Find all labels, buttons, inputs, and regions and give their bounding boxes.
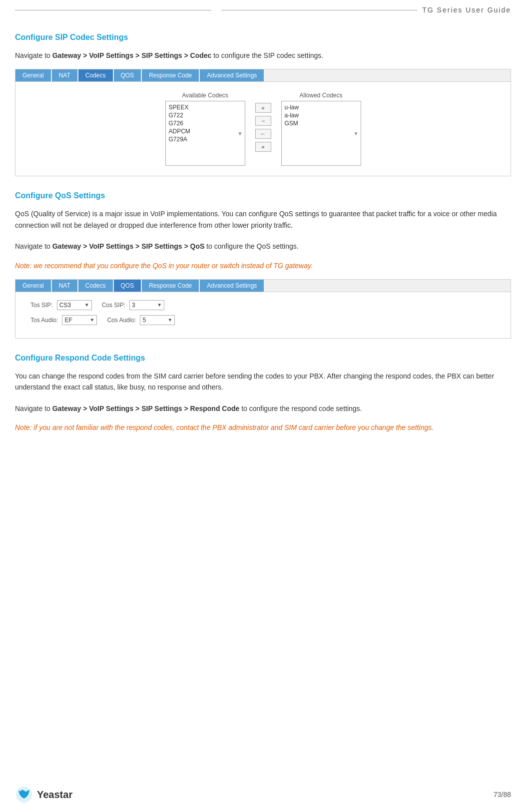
- tos-audio-value: EF: [64, 317, 72, 324]
- tab-response-code-qos[interactable]: Response Code: [142, 280, 199, 292]
- codec-columns: Available Codecs SPEEX G722 G726 ADPCM G…: [165, 92, 361, 166]
- btn-left[interactable]: ←: [255, 129, 271, 139]
- tab-nat-qos[interactable]: NAT: [52, 280, 77, 292]
- scroll-indicator-available: ▼: [238, 131, 243, 136]
- tab-codecs[interactable]: Codecs: [78, 69, 113, 81]
- page-number: 73/88: [494, 791, 511, 799]
- page-content: Configure SIP Codec Settings Navigate to…: [0, 18, 526, 481]
- page-footer: Yeastar 73/88: [0, 777, 526, 812]
- tos-audio-field: Tos Audio: EF ▼: [30, 315, 97, 325]
- available-codecs-label: Available Codecs: [165, 92, 245, 99]
- btn-double-left[interactable]: «: [255, 142, 271, 152]
- cos-audio-field: Cos Audio: 5 ▼: [107, 315, 175, 325]
- tos-audio-select[interactable]: EF ▼: [62, 315, 97, 325]
- header-line-1: [15, 10, 211, 10]
- allowed-codecs-column: Allowed Codecs u-law a-law GSM ▼: [281, 92, 361, 166]
- cos-sip-select[interactable]: 3 ▼: [129, 300, 164, 310]
- codec-g722: G722: [168, 111, 243, 119]
- tab-advanced-settings-codec[interactable]: Advanced Settings: [200, 69, 264, 81]
- cos-sip-field: Cos SIP: 3 ▼: [102, 300, 164, 310]
- qos-panel-content: Tos SIP: CS3 ▼ Cos SIP: 3 ▼ Tos Audio:: [15, 292, 511, 338]
- page-header: TG Series User Guide: [0, 0, 526, 18]
- codec-gsm: GSM: [284, 119, 359, 127]
- codec-g729a: G729A: [168, 135, 243, 143]
- tab-codecs-qos[interactable]: Codecs: [78, 280, 113, 292]
- tab-qos[interactable]: QOS: [114, 280, 141, 292]
- yeastar-logo-icon: [15, 786, 33, 804]
- qos-tab-bar: General NAT Codecs QOS Response Code Adv…: [15, 280, 511, 292]
- respond-note: Note: if you are not familiar with the r…: [15, 422, 511, 433]
- qos-nav-suffix: to configure the QoS settings.: [204, 242, 298, 250]
- codec-ulaw: u-law: [284, 103, 359, 111]
- qos-row-1: Tos SIP: CS3 ▼ Cos SIP: 3 ▼: [30, 300, 496, 310]
- respond-section-title: Configure Respond Code Settings: [15, 354, 511, 363]
- qos-nav-instruction: Navigate to Gateway > VoIP Settings > SI…: [15, 241, 511, 252]
- tos-sip-select[interactable]: CS3 ▼: [57, 300, 92, 310]
- qos-body1: QoS (Quality of Service) is a major issu…: [15, 208, 511, 231]
- cos-audio-select[interactable]: 5 ▼: [140, 315, 175, 325]
- qos-nav-prefix: Navigate to: [15, 242, 52, 250]
- btn-double-right[interactable]: »: [255, 103, 271, 113]
- logo-text: Yeastar: [37, 789, 72, 801]
- tab-response-code-codec[interactable]: Response Code: [142, 69, 199, 81]
- allowed-codecs-label: Allowed Codecs: [281, 92, 361, 99]
- btn-right[interactable]: →: [255, 116, 271, 126]
- codec-transfer-buttons: » → ← «: [255, 92, 271, 152]
- codec-nav-bold: Gateway > VoIP Settings > SIP Settings >…: [52, 51, 212, 59]
- respond-body1: You can change the respond codes from th…: [15, 371, 511, 393]
- tos-audio-arrow: ▼: [89, 317, 94, 323]
- codec-nav-suffix: to configure the SIP codec settings.: [211, 51, 323, 59]
- codec-alaw: a-law: [284, 111, 359, 119]
- qos-ui-panel: General NAT Codecs QOS Response Code Adv…: [15, 279, 511, 339]
- respond-nav-prefix: Navigate to: [15, 405, 52, 412]
- tos-sip-field: Tos SIP: CS3 ▼: [30, 300, 92, 310]
- logo-container: Yeastar: [15, 786, 72, 804]
- tos-audio-label: Tos Audio:: [30, 317, 58, 324]
- codec-speex: SPEEX: [168, 103, 243, 111]
- tab-advanced-settings-qos[interactable]: Advanced Settings: [200, 280, 264, 292]
- cos-audio-arrow: ▼: [168, 317, 173, 323]
- codec-section-title: Configure SIP Codec Settings: [15, 33, 511, 42]
- tos-sip-value: CS3: [59, 302, 71, 309]
- respond-nav-suffix: to configure the respond code settings.: [239, 405, 362, 412]
- tab-nat-codec[interactable]: NAT: [52, 69, 77, 81]
- tab-general-qos[interactable]: General: [15, 280, 51, 292]
- allowed-codecs-list[interactable]: u-law a-law GSM ▼: [281, 101, 361, 166]
- respond-nav-bold: Gateway > VoIP Settings > SIP Settings >…: [52, 405, 240, 412]
- codec-nav-prefix: Navigate to: [15, 51, 52, 59]
- tos-sip-arrow: ▼: [84, 302, 89, 308]
- qos-section-title: Configure QoS Settings: [15, 191, 511, 200]
- codec-tab-bar: General NAT Codecs QOS Response Code Adv…: [15, 69, 511, 82]
- available-codecs-list[interactable]: SPEEX G722 G726 ADPCM G729A ▼: [165, 101, 245, 166]
- tab-general-codec[interactable]: General: [15, 69, 51, 81]
- header-line-2: [221, 10, 418, 10]
- codec-panel-content: Available Codecs SPEEX G722 G726 ADPCM G…: [15, 82, 511, 176]
- qos-nav-bold: Gateway > VoIP Settings > SIP Settings >…: [52, 242, 205, 250]
- qos-row-2: Tos Audio: EF ▼ Cos Audio: 5 ▼: [30, 315, 496, 325]
- codec-nav-instruction: Navigate to Gateway > VoIP Settings > SI…: [15, 50, 511, 61]
- scroll-indicator-allowed: ▼: [354, 131, 359, 136]
- codec-g726: G726: [168, 119, 243, 127]
- document-title: TG Series User Guide: [422, 6, 511, 14]
- cos-audio-label: Cos Audio:: [107, 317, 136, 324]
- cos-sip-label: Cos SIP:: [102, 302, 125, 309]
- cos-audio-value: 5: [142, 317, 146, 324]
- cos-sip-arrow: ▼: [157, 302, 162, 308]
- respond-nav-instruction: Navigate to Gateway > VoIP Settings > SI…: [15, 403, 511, 414]
- codec-ui-panel: General NAT Codecs QOS Response Code Adv…: [15, 69, 511, 176]
- codec-adpcm: ADPCM: [168, 127, 243, 135]
- cos-sip-value: 3: [132, 302, 135, 309]
- available-codecs-column: Available Codecs SPEEX G722 G726 ADPCM G…: [165, 92, 245, 166]
- tab-qos-codec[interactable]: QOS: [114, 69, 141, 81]
- qos-note: Note: we recommend that you configure th…: [15, 260, 511, 271]
- tos-sip-label: Tos SIP:: [30, 302, 53, 309]
